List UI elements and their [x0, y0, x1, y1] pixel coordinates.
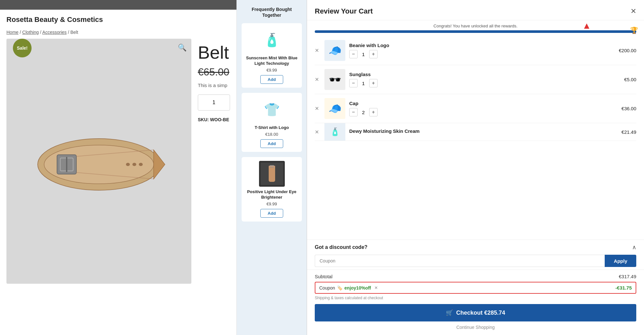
fbt-item-sunscreen: 🧴 Sunscreen Mist With Blue Light Technol…: [242, 23, 302, 88]
beanie-price: €200.00: [619, 48, 636, 53]
rewards-area: Congrats! You have unlocked all the rewa…: [307, 20, 644, 33]
svg-point-4: [139, 163, 143, 166]
fbt-brightener-price: €9.99: [245, 202, 298, 206]
coupon-applied-label: Coupon 🏷️ enjoy10%off ✕: [319, 285, 378, 291]
svg-marker-10: [154, 150, 165, 179]
product-info: Belt €65.00 This is a simp 1 SKU: WOO-BE: [191, 39, 230, 284]
cart-checkout-icon: 🛒: [446, 309, 453, 316]
skincream-name: Dewy Moisturizing Skin Cream: [349, 128, 618, 134]
fbt-sunscreen-name: Sunscreen Mist With Blue Light Technolog…: [245, 55, 298, 66]
subtotal-label: Subtotal: [315, 274, 332, 279]
cap-image: 🧢: [324, 98, 345, 119]
skincream-image: 🧴: [324, 123, 345, 141]
apply-coupon-button[interactable]: Apply: [605, 255, 636, 267]
cart-close-button[interactable]: ✕: [630, 8, 636, 15]
checkout-label: Checkout €285.74: [456, 310, 505, 316]
frequently-bought-panel: Frequently Bought Together 🧴 Sunscreen M…: [237, 0, 307, 335]
product-title: Belt: [198, 42, 230, 63]
discount-section: Got a discount code? ∧ Apply: [307, 240, 644, 270]
breadcrumb-accessories[interactable]: Accessories: [42, 30, 66, 35]
breadcrumb-clothing[interactable]: Clothing: [22, 30, 39, 35]
cap-quantity-value: 2: [360, 110, 367, 115]
sunglass-increase-button[interactable]: +: [369, 79, 378, 87]
svg-point-2: [126, 163, 130, 166]
coupon-input-row: Apply: [315, 255, 636, 267]
belt-image: [6, 39, 191, 284]
coupon-code: enjoy10%off: [344, 285, 371, 291]
breadcrumb: Home / Clothing / Accessories / Belt: [0, 27, 236, 39]
sunglass-price: €5.00: [624, 77, 636, 82]
fbt-title: Frequently Bought Together: [242, 6, 302, 18]
shipping-note: Shipping & taxes calculated at checkout: [315, 296, 636, 300]
cap-increase-button[interactable]: +: [369, 108, 378, 116]
product-price: €65.00: [198, 66, 230, 78]
svg-rect-12: [269, 166, 275, 182]
fbt-item-tshirt: 👕 T-Shirt with Logo €18.00 Add: [242, 93, 302, 152]
rewards-progress-bar: ▲ 🏆: [315, 30, 636, 33]
sunglass-image: 🕶️: [324, 69, 345, 90]
trophy-icon: 🏆: [630, 26, 638, 34]
cap-quantity-control: − 2 +: [349, 108, 618, 116]
skincream-price: €21.49: [621, 129, 636, 135]
cart-item-beanie: ✕ 🧢 Beanie with Logo − 1 + €200.00: [315, 36, 636, 65]
product-description: This is a simp: [198, 83, 230, 88]
cart-item-sunglass: ✕ 🕶️ Sunglass − 1 + €5.00: [315, 65, 636, 94]
cart-item-skincream: ✕ 🧴 Dewy Moisturizing Skin Cream €21.49: [315, 123, 636, 141]
fbt-brightener-add-button[interactable]: Add: [260, 209, 283, 218]
beanie-name: Beanie with Logo: [349, 43, 615, 48]
arrow-up-icon: ▲: [582, 21, 591, 31]
cap-price: €36.00: [621, 106, 636, 111]
checkout-button[interactable]: 🛒 Checkout €285.74: [315, 304, 636, 321]
sunglass-quantity-value: 1: [360, 81, 367, 86]
sunglass-name: Sunglass: [349, 72, 620, 77]
cart-panel: Review Your Cart ✕ Congrats! You have un…: [307, 0, 644, 335]
fbt-sunscreen-add-button[interactable]: Add: [260, 75, 283, 84]
cap-name: Cap: [349, 101, 618, 106]
sale-badge: Sale!: [13, 39, 32, 57]
coupon-tag-icon: 🏷️: [337, 285, 342, 291]
coupon-discount-value: -€31.75: [615, 285, 632, 291]
cart-header: Review Your Cart ✕: [307, 0, 644, 20]
beanie-quantity-value: 1: [360, 52, 367, 57]
product-image-area: Sale! 🔍: [6, 39, 191, 284]
remove-coupon-button[interactable]: ✕: [374, 285, 378, 290]
coupon-word: Coupon: [319, 285, 335, 291]
cart-items-list: ✕ 🧢 Beanie with Logo − 1 + €200.00 ✕ 🕶️ …: [307, 33, 644, 240]
beanie-decrease-button[interactable]: −: [349, 50, 358, 58]
remove-beanie-button[interactable]: ✕: [315, 47, 321, 54]
remove-skincream-button[interactable]: ✕: [315, 129, 321, 135]
cap-decrease-button[interactable]: −: [349, 108, 358, 116]
fbt-tshirt-price: €18.00: [245, 132, 298, 137]
skincream-details: Dewy Moisturizing Skin Cream: [349, 128, 618, 136]
beanie-image: 🧢: [324, 40, 345, 61]
fbt-tshirt-image: 👕: [259, 97, 285, 123]
cart-footer: Subtotal €317.49 Coupon 🏷️ enjoy10%off ✕…: [307, 270, 644, 335]
search-icon[interactable]: 🔍: [178, 44, 187, 52]
coupon-input[interactable]: [315, 255, 605, 267]
sunglass-details: Sunglass − 1 +: [349, 72, 620, 87]
cart-title: Review Your Cart: [315, 7, 373, 15]
fbt-brightener-image: [259, 161, 285, 187]
discount-header[interactable]: Got a discount code? ∧: [315, 244, 636, 251]
reward-arrow: ▲: [582, 21, 591, 31]
breadcrumb-home[interactable]: Home: [6, 30, 18, 35]
quantity-input[interactable]: 1: [198, 94, 230, 111]
store-header: Rosetta Beauty & Cosmetics: [0, 10, 236, 27]
sunglass-decrease-button[interactable]: −: [349, 79, 358, 87]
svg-rect-14: [269, 166, 275, 167]
fbt-tshirt-name: T-Shirt with Logo: [245, 125, 298, 131]
fbt-tshirt-add-button[interactable]: Add: [260, 139, 283, 148]
cart-item-cap: ✕ 🧢 Cap − 2 + €36.00: [315, 94, 636, 123]
store-name: Rosetta Beauty & Cosmetics: [6, 15, 230, 24]
beanie-quantity-control: − 1 +: [349, 50, 615, 58]
beanie-increase-button[interactable]: +: [369, 50, 378, 58]
remove-cap-button[interactable]: ✕: [315, 105, 321, 112]
continue-shopping-link[interactable]: Continue Shopping: [315, 325, 636, 330]
chevron-up-icon: ∧: [632, 244, 636, 251]
sunglass-quantity-control: − 1 +: [349, 79, 620, 87]
remove-sunglass-button[interactable]: ✕: [315, 76, 321, 83]
svg-point-3: [132, 163, 136, 166]
cap-details: Cap − 2 +: [349, 101, 618, 116]
fbt-item-brightener: Positive Light Under Eye Brightener €9.9…: [242, 157, 302, 222]
product-area: Sale! 🔍: [0, 39, 236, 284]
